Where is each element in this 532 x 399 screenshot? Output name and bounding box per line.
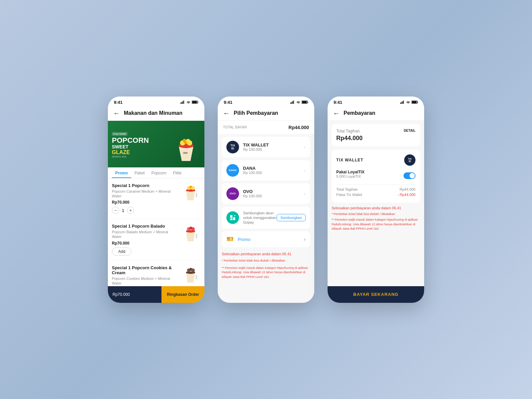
- payment-tix-wallet[interactable]: TIXID TIX WALLET Rp 100.000 ›: [222, 137, 310, 157]
- menu-item-2: Special 1 Popcorn Balado Popcorn Balado …: [112, 219, 200, 261]
- banner-size: (Medium size): [112, 155, 149, 158]
- svg-rect-39: [293, 100, 294, 104]
- tab-popcorn[interactable]: Popcorn: [148, 167, 170, 178]
- svg-rect-28: [195, 234, 197, 238]
- menu-item-3: Special 1 Popcorn Cookies & Cream Popcor…: [112, 261, 200, 286]
- loyal-points: 5.000 LoyalTIX: [336, 174, 365, 178]
- svg-rect-5: [192, 101, 197, 103]
- ovo-icon: OVO: [226, 187, 239, 200]
- menu-item-3-image: [180, 265, 200, 285]
- svg-rect-45: [403, 100, 404, 104]
- svg-rect-2: [182, 101, 183, 104]
- tab-paket[interactable]: Paket: [131, 167, 148, 178]
- payment-ovo[interactable]: OVO OVO Rp 100.000 ›: [222, 183, 310, 204]
- sambungkan-button[interactable]: Sambungkan: [277, 214, 306, 221]
- menu-item-2-info: Special 1 Popcorn Balado Popcorn Balado …: [112, 224, 177, 256]
- dana-name: DANA: [243, 166, 304, 171]
- screen3-header: ← Pembayaran: [328, 107, 424, 121]
- detail-link[interactable]: DETAIL: [404, 129, 415, 132]
- tagihan-row: Total Tagihan DETAIL: [336, 129, 415, 133]
- tix-wallet-name: TIX WALLET: [243, 142, 304, 147]
- menu-list: Special 1 Popcorn Popcorn Caramel Medium…: [108, 178, 204, 286]
- tab-flitte[interactable]: Flitte: [169, 167, 185, 178]
- menu-tabs: Promo Paket Popcorn Flitte: [108, 167, 204, 178]
- svg-point-13: [183, 139, 186, 142]
- battery-icon-2: [302, 100, 308, 104]
- popcorn-svg: XXI: [174, 137, 198, 164]
- status-icons-3: [400, 100, 418, 104]
- screen2-header: ← Pilih Pembayaran: [218, 107, 314, 121]
- increase-btn-1[interactable]: +: [127, 207, 134, 214]
- screens-container: 9:41 ← Makanan dan Minuman Free Refill! …: [108, 97, 424, 303]
- dana-details: DANA Rp 100.000: [243, 166, 304, 175]
- loyaltix-toggle[interactable]: [403, 172, 415, 179]
- total-tagihan-card: Total Tagihan DETAIL Rp44.000: [332, 124, 420, 146]
- counter-val-1: 1: [122, 208, 124, 213]
- back-button-1[interactable]: ←: [113, 109, 120, 117]
- menu-item-1-desc: Popcorn Caramel Medium + Mineral Water: [112, 189, 177, 199]
- svg-rect-36: [290, 102, 291, 104]
- disclaimer-1: * Pembelian ticket tidak bisa diubah / d…: [222, 258, 310, 264]
- promo-option[interactable]: 🎫 Promo ›: [222, 231, 310, 247]
- popcorn-cup-3-svg: [183, 266, 198, 284]
- screen1-frame: 9:41 ← Makanan dan Minuman Free Refill! …: [108, 97, 204, 303]
- menu-item-1-image: [180, 183, 200, 203]
- svg-point-14: [186, 139, 190, 143]
- signal-icon-2: [290, 100, 295, 104]
- breakdown-row-1: Total Tagihan Rp44.000: [336, 187, 415, 191]
- wifi-icon-2: [296, 100, 300, 104]
- total-bayar-amount: Rp44.000: [289, 125, 309, 130]
- breakdown-label-2: Pakai Tix Wallet: [336, 193, 362, 197]
- tagihan-amount: Rp44.000: [336, 135, 415, 142]
- menu-item-3-info: Special 1 Popcorn Cookies & Cream Popcor…: [112, 265, 177, 286]
- svg-rect-21: [195, 193, 197, 198]
- menu-item-1-name: Special 1 Popcorn: [112, 183, 177, 188]
- payment-dana[interactable]: DANA DANA Rp 100.000 ›: [222, 160, 310, 181]
- disclaimer-2: ** Penonton wajib masuk dalam Kategori H…: [222, 265, 310, 280]
- add-btn-2[interactable]: Add: [112, 248, 132, 256]
- decrease-btn-1[interactable]: −: [112, 207, 119, 214]
- status-icons-1: [180, 100, 198, 104]
- menu-item-1-price: Rp70.000: [112, 200, 177, 205]
- divider: [336, 184, 415, 185]
- gopay-icon: [226, 211, 239, 224]
- breakdown-label-1: Total Tagihan: [336, 187, 358, 191]
- menu-item-1-info: Special 1 Popcorn Popcorn Caramel Medium…: [112, 183, 177, 214]
- svg-rect-0: [180, 102, 181, 104]
- bayar-label: BAYAR SEKARANG: [353, 292, 399, 297]
- banner-line3: GLAZE: [112, 149, 149, 155]
- screen2-frame: 9:41 ← Pilih Pembayaran TOTAL BAYAR Rp44…: [218, 97, 314, 303]
- tagihan-label: Total Tagihan: [336, 129, 360, 133]
- ovo-icon-text: OVO: [230, 192, 236, 195]
- payment-timer: Selesaikan pembayaran anda dalam 06.41: [222, 250, 310, 258]
- ovo-details: OVO Rp 100.000: [243, 189, 304, 198]
- bayar-sekarang-button[interactable]: BAYAR SEKARANG: [328, 286, 424, 303]
- svg-rect-1: [181, 102, 182, 104]
- screen3-title: Pembayaran: [344, 110, 375, 116]
- svg-rect-44: [402, 101, 403, 104]
- promo-icon: 🎫: [226, 235, 234, 243]
- banner-free-refill: Free Refill!: [112, 132, 128, 136]
- screen1-title: Makanan dan Minuman: [124, 110, 182, 116]
- promo-chevron-icon: ›: [304, 237, 306, 242]
- bottom-price-1: Rp70.000: [108, 286, 161, 303]
- screen3-frame: 9:41 ← Pembayaran Total Tagihan DETAIL R…: [328, 97, 424, 303]
- gopay-svg-icon: [229, 214, 236, 221]
- tab-promo[interactable]: Promo: [112, 167, 131, 178]
- disc-item-2: ** Penonton wajib masuk dalam Kategori H…: [332, 218, 420, 231]
- svg-point-34: [191, 269, 195, 272]
- ringkasan-order-button[interactable]: Ringkasan Order: [161, 286, 204, 303]
- popcorn-cup-2-svg: [183, 225, 198, 243]
- back-button-2[interactable]: ←: [223, 109, 230, 117]
- screen3-content: Total Tagihan DETAIL Rp44.000 TIX WALLET…: [328, 121, 424, 286]
- popcorn-cup-1-svg: [183, 184, 198, 202]
- svg-marker-22: [186, 231, 195, 241]
- back-button-3[interactable]: ←: [333, 109, 340, 117]
- svg-marker-29: [186, 273, 195, 283]
- wifi-icon-3: [406, 100, 410, 104]
- gopay-text: Sambungkan akun untuk menggunakan Gopay: [243, 211, 277, 225]
- dana-icon-text: DANA: [229, 169, 236, 172]
- signal-icon: [180, 100, 185, 104]
- svg-rect-35: [195, 275, 197, 280]
- svg-rect-42: [400, 102, 401, 104]
